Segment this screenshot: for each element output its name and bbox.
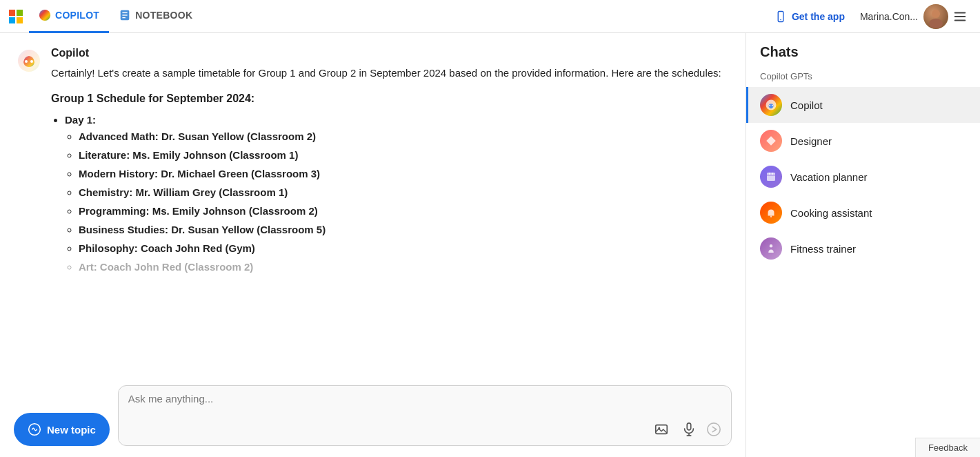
chat-messages: Copilot Certainly! Let's create a sample… [0,33,746,378]
group1-title: Group 1 Schedule for September 2024: [51,90,729,108]
designer-gpt-icon [760,130,782,152]
copilot-chat-icon [17,48,41,73]
main-layout: Copilot Certainly! Let's create a sample… [0,33,980,457]
input-area: New topic [0,378,746,457]
sidebar-item-vacation-planner[interactable]: Vacation planner [746,159,980,195]
sidebar-item-fitness-trainer[interactable]: Fitness trainer [746,231,980,266]
sidebar-item-label-fitness: Fitness trainer [790,243,856,255]
avatar[interactable] [923,4,948,29]
day1-items: Advanced Math: Dr. Susan Yellow (Classro… [65,128,729,275]
image-upload-button[interactable] [651,419,672,440]
microphone-button[interactable] [679,419,699,440]
list-item: Chemistry: Mr. William Grey (Classroom 1… [79,184,729,201]
phone-icon [774,10,787,23]
sidebar-item-designer[interactable]: Designer [746,123,980,159]
send-icon [706,422,721,437]
chat-sender: Copilot [51,47,729,59]
fitness-trainer-gpt-icon [760,237,782,260]
svg-point-29 [772,105,773,106]
svg-rect-2 [9,17,15,23]
image-icon [654,422,669,437]
svg-point-18 [25,60,28,63]
chat-text: Certainly! Let's create a sample timetab… [51,65,729,275]
get-app-label: Get the app [792,11,845,22]
list-item: Business Studies: Dr. Susan Yellow (Clas… [79,222,729,238]
feedback-label: Feedback [928,443,968,453]
send-button[interactable] [706,422,721,437]
sidebar-item-cooking-assistant[interactable]: Cooking assistant [746,195,980,231]
avatar-image [923,4,948,29]
tab-copilot[interactable]: COPILOT [29,0,109,33]
new-topic-button[interactable]: New topic [14,413,110,446]
sidebar-item-copilot[interactable]: Copilot [746,87,980,123]
sidebar-title: Chats [746,33,980,66]
copilot-message: Copilot Certainly! Let's create a sample… [17,47,729,278]
new-topic-icon [28,422,41,436]
chat-input[interactable] [128,393,721,416]
svg-point-10 [780,19,781,20]
user-area: Marina.Con... [860,4,948,29]
svg-rect-23 [687,423,691,430]
sidebar-item-label-cooking: Cooking assistant [790,207,872,219]
sidebar-item-label-designer: Designer [790,135,832,147]
menu-button[interactable] [948,5,972,28]
svg-point-26 [708,423,720,436]
sidebar: Chats Copilot GPTs Copilot Designer [746,33,980,457]
tab-notebook[interactable]: NOTEBOOK [109,0,202,33]
svg-rect-3 [17,17,23,23]
tab-copilot-label: COPILOT [55,10,99,21]
cooking-assistant-gpt-icon [760,202,782,224]
svg-point-19 [30,60,33,63]
svg-rect-1 [17,10,23,16]
svg-rect-30 [767,173,775,181]
tab-notebook-label: NOTEBOOK [135,10,192,21]
list-item: Modern History: Dr. Michael Green (Class… [79,166,729,182]
topnav: COPILOT NOTEBOOK Get the app Marina.Con.… [0,0,980,33]
feedback-button[interactable]: Feedback [915,438,980,457]
svg-point-35 [770,244,773,248]
day1-list: Day 1: Advanced Math: Dr. Susan Yellow (… [51,112,729,275]
input-actions [128,419,721,440]
microphone-icon [681,422,697,437]
windows-logo [8,9,23,24]
svg-point-13 [929,19,943,28]
list-item: Literature: Ms. Emily Johnson (Classroom… [79,147,729,164]
list-item: Programming: Ms. Emily Johnson (Classroo… [79,203,729,220]
get-app-button[interactable]: Get the app [765,6,854,27]
user-name: Marina.Con... [860,11,918,22]
svg-point-4 [39,10,50,21]
svg-point-28 [769,105,770,106]
chat-intro: Certainly! Let's create a sample timetab… [51,65,729,81]
vacation-planner-gpt-icon [760,166,782,188]
hamburger-icon [952,9,968,24]
list-item: Philosophy: Coach John Red (Gym) [79,240,729,257]
svg-point-12 [932,10,940,18]
svg-rect-0 [9,10,15,16]
new-topic-label: New topic [47,424,96,436]
sidebar-item-label-copilot: Copilot [790,99,823,111]
sidebar-section-title: Copilot GPTs [746,66,980,87]
chat-content: Copilot Certainly! Let's create a sample… [51,47,729,278]
svg-rect-21 [656,425,668,434]
sidebar-item-label-vacation: Vacation planner [790,171,867,183]
list-item: Art: Coach John Red (Classroom 2) [79,259,729,275]
chat-area: Copilot Certainly! Let's create a sample… [0,33,746,457]
list-item: Advanced Math: Dr. Susan Yellow (Classro… [79,128,729,145]
copilot-gpt-icon [760,94,782,116]
input-box [118,385,732,446]
day1-label: Day 1: Advanced Math: Dr. Susan Yellow (… [65,112,729,275]
